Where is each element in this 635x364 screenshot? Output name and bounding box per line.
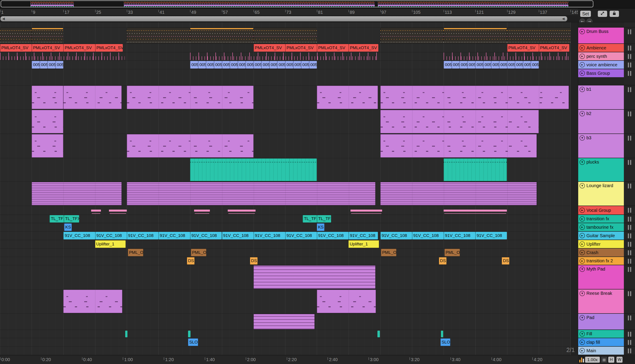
clip-myth-pad[interactable]: [254, 266, 376, 289]
scroll-left-icon[interactable]: ◀: [2, 16, 5, 21]
clip-voice-ambience[interactable]: 005: [222, 61, 230, 68]
clip-vocal-group[interactable]: [109, 210, 127, 212]
track-header-fill[interactable]: ▼Fill: [578, 330, 624, 338]
clip-b1[interactable]: [380, 86, 569, 109]
clip-voice-ambience[interactable]: 005: [491, 61, 499, 68]
track-header-tambourine-fx[interactable]: ▶tambourine fx: [578, 223, 624, 232]
clip-fill[interactable]: [441, 331, 443, 337]
clip-guitar-sample[interactable]: 91V_CC_108: [380, 232, 412, 240]
track-header-lounge-lizard[interactable]: ▼Lounge lizard: [578, 182, 624, 206]
clip-ambience[interactable]: PMLxOT4_SV: [0, 44, 32, 52]
clip-voice-ambience[interactable]: 005: [499, 61, 507, 68]
clip-voice-ambience[interactable]: 005: [475, 61, 483, 68]
unfold-track-icon[interactable]: ▼: [579, 111, 585, 116]
unfold-track-icon[interactable]: ▼: [579, 331, 585, 337]
unfold-track-icon[interactable]: ▼: [579, 160, 585, 165]
clip-b1[interactable]: [32, 86, 63, 109]
unfold-track-icon[interactable]: ▼: [579, 291, 585, 296]
clip-voice-ambience[interactable]: 005: [285, 61, 293, 68]
zoom-expand-button[interactable]: [598, 11, 607, 17]
clip-ambience[interactable]: PMLxOT4_SV: [317, 44, 348, 52]
clip-drum-buss[interactable]: [507, 28, 570, 43]
clip-guitar-sample[interactable]: 91V_CC_108: [95, 232, 127, 240]
track-header-reese-break[interactable]: ▼Reese Break: [578, 290, 624, 314]
track-header-plucks[interactable]: ▼plucks: [578, 158, 624, 182]
track-header-crash[interactable]: ▶Crash: [578, 248, 624, 257]
clip-crash[interactable]: PML_O: [381, 249, 396, 256]
clip-b3[interactable]: [32, 134, 63, 158]
clip-transition-fx-2[interactable]: DS: [250, 257, 258, 264]
clip-voice-ambience[interactable]: 005: [468, 61, 476, 68]
clip-clap-fill[interactable]: SLO: [441, 338, 450, 346]
clip-guitar-sample[interactable]: 91V_CC_108: [348, 232, 378, 240]
clip-voice-ambience[interactable]: 005: [261, 61, 269, 68]
track-play-icon[interactable]: ▶: [579, 29, 585, 34]
width-zoom-button[interactable]: W: [616, 357, 622, 363]
clip-fill[interactable]: [125, 331, 128, 337]
clip-voice-ambience[interactable]: 005: [277, 61, 285, 68]
clip-reese-break[interactable]: [63, 290, 122, 313]
clip-lounge-lizard[interactable]: [127, 182, 375, 205]
unfold-track-icon[interactable]: ▼: [579, 266, 585, 272]
clip-voice-ambience[interactable]: 005: [523, 61, 531, 68]
clip-voice-ambience[interactable]: 005: [206, 61, 214, 68]
horizontal-scrollbar[interactable]: ◀ ◀: [1, 16, 567, 21]
clip-fill[interactable]: [188, 331, 190, 337]
track-header-drum-buss[interactable]: ▶Drum Buss: [578, 28, 624, 44]
track-play-icon[interactable]: ▶: [579, 45, 585, 50]
track-header-b3[interactable]: ▼b3: [578, 134, 624, 158]
clip-crash[interactable]: PML_O: [191, 249, 206, 256]
track-header-transition-fx-2[interactable]: ▶transition fx 2: [578, 257, 624, 265]
clip-voice-ambience[interactable]: 005: [507, 61, 515, 68]
clip-voice-ambience[interactable]: 005: [40, 61, 48, 68]
track-header-vocal-group[interactable]: ▶Vocal Group: [578, 206, 624, 215]
clip-guitar-sample[interactable]: 91V_CC_108: [285, 232, 317, 240]
clip-drum-buss[interactable]: [380, 28, 444, 43]
scroll-right-icon[interactable]: ◀: [562, 16, 565, 21]
clip-perc-synth[interactable]: [190, 52, 378, 60]
clip-plucks[interactable]: [190, 158, 317, 181]
track-header-b2[interactable]: ▼b2: [578, 110, 624, 134]
clip-drum-buss[interactable]: [127, 28, 190, 43]
clip-guitar-sample[interactable]: 91V_CC_108: [190, 232, 222, 240]
clip-ambience[interactable]: PMLxOT4_SV: [348, 44, 378, 52]
clip-voice-ambience[interactable]: 005: [515, 61, 523, 68]
clip-voice-ambience[interactable]: 005: [198, 61, 206, 68]
track-play-icon[interactable]: ▶: [579, 242, 585, 247]
clip-guitar-sample[interactable]: 91V_CC_108: [444, 232, 475, 240]
clip-drum-buss[interactable]: [190, 28, 253, 43]
bar-ruler[interactable]: 1917253341495765738189971051131211291371…: [0, 8, 578, 16]
clip-transition-fx[interactable]: TL_TFX: [317, 215, 331, 222]
clip-ambience[interactable]: PMLxOT4_SV: [95, 44, 123, 52]
unfold-track-icon[interactable]: ▼: [579, 183, 585, 188]
clip-perc-synth[interactable]: [507, 52, 569, 60]
clip-b1[interactable]: [317, 86, 378, 109]
clip-voice-ambience[interactable]: 005: [238, 61, 246, 68]
clip-reese-break[interactable]: [317, 290, 376, 313]
track-header-ambience[interactable]: ▶Ambience: [578, 44, 624, 52]
clip-crash[interactable]: PML_O: [445, 249, 460, 256]
track-header-perc-synth[interactable]: ▶perc synth: [578, 52, 624, 61]
clip-b1[interactable]: [63, 86, 121, 109]
overview-viewport-frame[interactable]: [1, 0, 593, 7]
track-play-icon[interactable]: ▶: [579, 250, 585, 255]
track-play-icon[interactable]: ▶: [579, 340, 585, 345]
clip-vocal-group[interactable]: [91, 210, 101, 212]
track-play-icon[interactable]: ▶: [579, 258, 585, 264]
clip-transition-fx-2[interactable]: DS: [502, 257, 509, 264]
clip-voice-ambience[interactable]: 005: [460, 61, 468, 68]
clip-guitar-sample[interactable]: 91V_CC_108: [412, 232, 444, 240]
clip-voice-ambience[interactable]: 005: [301, 61, 309, 68]
clip-clap-fill[interactable]: SLO: [188, 338, 198, 346]
track-play-icon[interactable]: ▶: [579, 54, 585, 59]
clip-voice-ambience[interactable]: 005: [32, 61, 40, 68]
track-header-guitar-sample[interactable]: ▶Guitar Sample: [578, 232, 624, 240]
clip-voice-ambience[interactable]: 005: [293, 61, 301, 68]
clip-voice-ambience[interactable]: 005: [254, 61, 262, 68]
track-header-pad[interactable]: ▼Pad: [578, 314, 624, 330]
clip-voice-ambience[interactable]: 005: [269, 61, 277, 68]
clip-voice-ambience[interactable]: 005: [452, 61, 460, 68]
track-header-transition-fx[interactable]: ▶transition fx: [578, 215, 624, 223]
track-header-myth-pad[interactable]: ▼Myth Pad: [578, 265, 624, 290]
track-play-icon[interactable]: ▶: [579, 62, 585, 68]
